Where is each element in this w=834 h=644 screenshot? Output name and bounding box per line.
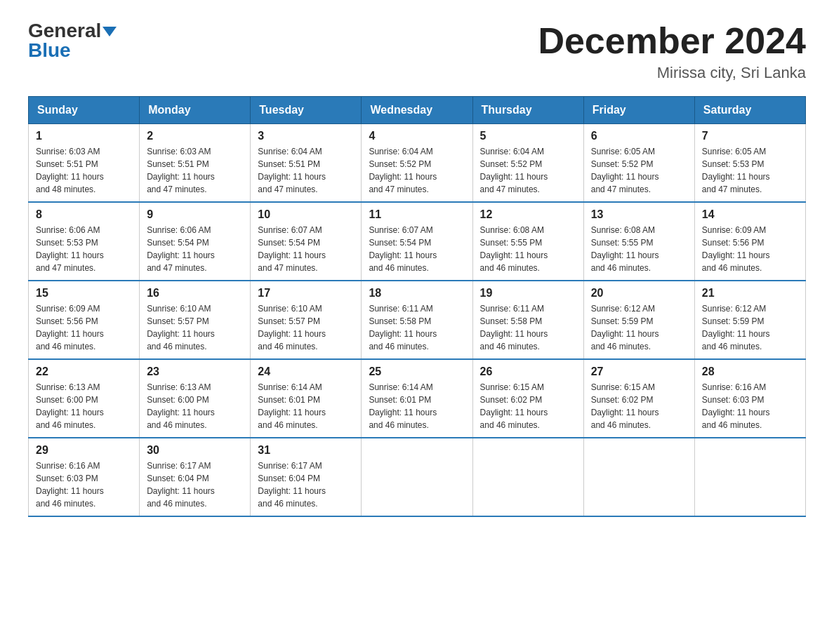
- logo: General Blue: [28, 21, 117, 60]
- day-info: Sunrise: 6:05 AM Sunset: 5:53 PM Dayligh…: [702, 145, 798, 196]
- day-number: 23: [147, 365, 243, 378]
- calendar-cell: 15 Sunrise: 6:09 AM Sunset: 5:56 PM Dayl…: [29, 281, 140, 359]
- day-number: 5: [480, 130, 576, 142]
- calendar-cell: 10 Sunrise: 6:07 AM Sunset: 5:54 PM Dayl…: [251, 202, 362, 281]
- day-number: 3: [258, 130, 354, 142]
- day-info: Sunrise: 6:11 AM Sunset: 5:58 PM Dayligh…: [480, 302, 576, 353]
- calendar-cell: 8 Sunrise: 6:06 AM Sunset: 5:53 PM Dayli…: [29, 202, 140, 281]
- day-number: 7: [702, 130, 798, 142]
- calendar-cell: 18 Sunrise: 6:11 AM Sunset: 5:58 PM Dayl…: [362, 281, 472, 359]
- title-area: December 2024 Mirissa city, Sri Lanka: [538, 21, 806, 82]
- logo-general: General: [28, 20, 101, 41]
- day-number: 21: [702, 287, 798, 300]
- calendar-cell: 3 Sunrise: 6:04 AM Sunset: 5:51 PM Dayli…: [251, 124, 362, 203]
- day-number: 8: [36, 208, 132, 221]
- header-friday: Friday: [583, 97, 694, 124]
- calendar-cell: 11 Sunrise: 6:07 AM Sunset: 5:54 PM Dayl…: [362, 202, 472, 281]
- day-info: Sunrise: 6:04 AM Sunset: 5:52 PM Dayligh…: [369, 145, 465, 196]
- day-number: 17: [258, 287, 354, 300]
- calendar-cell: 12 Sunrise: 6:08 AM Sunset: 5:55 PM Dayl…: [472, 202, 583, 281]
- day-info: Sunrise: 6:15 AM Sunset: 6:02 PM Dayligh…: [591, 381, 687, 431]
- calendar-table: Sunday Monday Tuesday Wednesday Thursday…: [28, 96, 806, 517]
- day-number: 20: [591, 287, 687, 300]
- day-info: Sunrise: 6:11 AM Sunset: 5:58 PM Dayligh…: [369, 302, 465, 353]
- day-info: Sunrise: 6:14 AM Sunset: 6:01 PM Dayligh…: [258, 381, 354, 431]
- day-number: 11: [369, 208, 465, 221]
- day-info: Sunrise: 6:16 AM Sunset: 6:03 PM Dayligh…: [702, 381, 798, 431]
- calendar-cell: 13 Sunrise: 6:08 AM Sunset: 5:55 PM Dayl…: [583, 202, 694, 281]
- calendar-cell: [583, 438, 694, 516]
- day-info: Sunrise: 6:08 AM Sunset: 5:55 PM Dayligh…: [480, 224, 576, 274]
- day-info: Sunrise: 6:16 AM Sunset: 6:03 PM Dayligh…: [36, 459, 132, 510]
- calendar-cell: 29 Sunrise: 6:16 AM Sunset: 6:03 PM Dayl…: [29, 438, 140, 516]
- day-number: 9: [147, 208, 243, 221]
- month-year-title: December 2024: [538, 21, 806, 61]
- day-number: 22: [36, 365, 132, 378]
- day-info: Sunrise: 6:05 AM Sunset: 5:52 PM Dayligh…: [591, 145, 687, 196]
- logo-blue: Blue: [28, 39, 71, 61]
- calendar-cell: 19 Sunrise: 6:11 AM Sunset: 5:58 PM Dayl…: [472, 281, 583, 359]
- day-number: 13: [591, 208, 687, 221]
- calendar-cell: 25 Sunrise: 6:14 AM Sunset: 6:01 PM Dayl…: [362, 359, 472, 438]
- day-info: Sunrise: 6:17 AM Sunset: 6:04 PM Dayligh…: [258, 459, 354, 510]
- calendar-cell: 4 Sunrise: 6:04 AM Sunset: 5:52 PM Dayli…: [362, 124, 472, 203]
- day-number: 14: [702, 208, 798, 221]
- calendar-cell: 9 Sunrise: 6:06 AM Sunset: 5:54 PM Dayli…: [140, 202, 251, 281]
- day-number: 18: [369, 287, 465, 300]
- day-number: 28: [702, 365, 798, 378]
- day-number: 2: [147, 130, 243, 142]
- calendar-cell: 5 Sunrise: 6:04 AM Sunset: 5:52 PM Dayli…: [472, 124, 583, 203]
- header-sunday: Sunday: [29, 97, 140, 124]
- day-number: 27: [591, 365, 687, 378]
- page-header: General Blue December 2024 Mirissa city,…: [28, 21, 806, 82]
- calendar-cell: 1 Sunrise: 6:03 AM Sunset: 5:51 PM Dayli…: [29, 124, 140, 203]
- logo-text: General: [28, 21, 117, 41]
- day-number: 19: [480, 287, 576, 300]
- day-info: Sunrise: 6:04 AM Sunset: 5:52 PM Dayligh…: [480, 145, 576, 196]
- calendar-cell: [694, 438, 805, 516]
- calendar-cell: [472, 438, 583, 516]
- day-info: Sunrise: 6:09 AM Sunset: 5:56 PM Dayligh…: [36, 302, 132, 353]
- calendar-cell: 23 Sunrise: 6:13 AM Sunset: 6:00 PM Dayl…: [140, 359, 251, 438]
- day-number: 25: [369, 365, 465, 378]
- calendar-cell: 26 Sunrise: 6:15 AM Sunset: 6:02 PM Dayl…: [472, 359, 583, 438]
- day-info: Sunrise: 6:10 AM Sunset: 5:57 PM Dayligh…: [147, 302, 243, 353]
- calendar-cell: 22 Sunrise: 6:13 AM Sunset: 6:00 PM Dayl…: [29, 359, 140, 438]
- calendar-cell: 2 Sunrise: 6:03 AM Sunset: 5:51 PM Dayli…: [140, 124, 251, 203]
- calendar-cell: 31 Sunrise: 6:17 AM Sunset: 6:04 PM Dayl…: [251, 438, 362, 516]
- day-info: Sunrise: 6:13 AM Sunset: 6:00 PM Dayligh…: [36, 381, 132, 431]
- day-info: Sunrise: 6:17 AM Sunset: 6:04 PM Dayligh…: [147, 459, 243, 510]
- day-info: Sunrise: 6:06 AM Sunset: 5:54 PM Dayligh…: [147, 224, 243, 274]
- header-saturday: Saturday: [694, 97, 805, 124]
- calendar-cell: 24 Sunrise: 6:14 AM Sunset: 6:01 PM Dayl…: [251, 359, 362, 438]
- calendar-cell: [362, 438, 472, 516]
- calendar-cell: 27 Sunrise: 6:15 AM Sunset: 6:02 PM Dayl…: [583, 359, 694, 438]
- day-number: 4: [369, 130, 465, 142]
- day-info: Sunrise: 6:07 AM Sunset: 5:54 PM Dayligh…: [369, 224, 465, 274]
- calendar-cell: 17 Sunrise: 6:10 AM Sunset: 5:57 PM Dayl…: [251, 281, 362, 359]
- header-thursday: Thursday: [472, 97, 583, 124]
- day-number: 15: [36, 287, 132, 300]
- day-number: 26: [480, 365, 576, 378]
- calendar-week-1: 1 Sunrise: 6:03 AM Sunset: 5:51 PM Dayli…: [29, 124, 806, 203]
- day-info: Sunrise: 6:12 AM Sunset: 5:59 PM Dayligh…: [702, 302, 798, 353]
- calendar-week-2: 8 Sunrise: 6:06 AM Sunset: 5:53 PM Dayli…: [29, 202, 806, 281]
- day-number: 24: [258, 365, 354, 378]
- day-info: Sunrise: 6:03 AM Sunset: 5:51 PM Dayligh…: [36, 145, 132, 196]
- calendar-week-3: 15 Sunrise: 6:09 AM Sunset: 5:56 PM Dayl…: [29, 281, 806, 359]
- calendar-cell: 6 Sunrise: 6:05 AM Sunset: 5:52 PM Dayli…: [583, 124, 694, 203]
- header-tuesday: Tuesday: [251, 97, 362, 124]
- header-monday: Monday: [140, 97, 251, 124]
- day-number: 16: [147, 287, 243, 300]
- day-info: Sunrise: 6:15 AM Sunset: 6:02 PM Dayligh…: [480, 381, 576, 431]
- day-info: Sunrise: 6:07 AM Sunset: 5:54 PM Dayligh…: [258, 224, 354, 274]
- day-info: Sunrise: 6:06 AM Sunset: 5:53 PM Dayligh…: [36, 224, 132, 274]
- day-number: 12: [480, 208, 576, 221]
- calendar-header-row: Sunday Monday Tuesday Wednesday Thursday…: [29, 97, 806, 124]
- calendar-cell: 28 Sunrise: 6:16 AM Sunset: 6:03 PM Dayl…: [694, 359, 805, 438]
- day-number: 1: [36, 130, 132, 142]
- day-info: Sunrise: 6:09 AM Sunset: 5:56 PM Dayligh…: [702, 224, 798, 274]
- calendar-cell: 7 Sunrise: 6:05 AM Sunset: 5:53 PM Dayli…: [694, 124, 805, 203]
- day-info: Sunrise: 6:08 AM Sunset: 5:55 PM Dayligh…: [591, 224, 687, 274]
- day-info: Sunrise: 6:03 AM Sunset: 5:51 PM Dayligh…: [147, 145, 243, 196]
